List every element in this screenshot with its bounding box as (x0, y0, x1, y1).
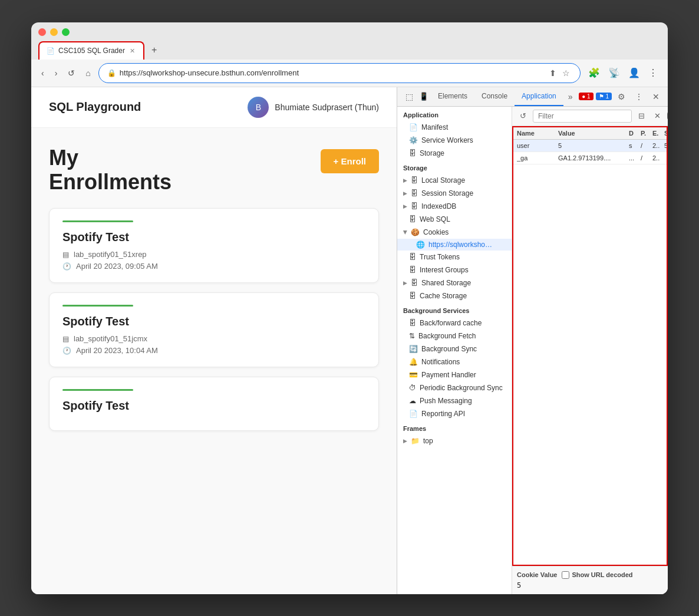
col-d: D (629, 130, 641, 137)
col-name: Name (517, 130, 558, 137)
expand-arrow-icon: ▶ (403, 203, 407, 209)
enrollment-card[interactable]: Spotify Test ▤ lab_spotify01_51xrep 🕐 Ap… (49, 208, 379, 283)
push-messaging-icon: ☁ (409, 397, 416, 405)
back-forward-icon: 🗄 (409, 319, 416, 327)
sidebar-item-web-sql[interactable]: 🗄 Web SQL (397, 213, 512, 226)
tab-elements[interactable]: Elements (431, 87, 474, 106)
tab-title: CSC105 SQL Grader (58, 47, 125, 55)
minimize-button[interactable] (50, 28, 58, 36)
sidebar-item-shared-storage[interactable]: ▶ 🗄 Shared Storage (397, 276, 512, 289)
back-button[interactable]: ‹ (38, 67, 47, 80)
session-storage-label: Session Storage (421, 189, 473, 197)
sidebar-item-service-workers[interactable]: ⚙️ Service Workers (397, 134, 512, 147)
notifications-icon: 🔔 (409, 358, 418, 366)
cast-icon[interactable]: 📡 (605, 65, 623, 80)
sidebar-item-bg-fetch[interactable]: ⇅ Background Fetch (397, 330, 512, 342)
devtools-inspect-icon[interactable]: ⬚ (402, 88, 417, 105)
cookies-toolbar: ↺ ⊟ ✕ Only show cooki... (512, 107, 668, 126)
menu-icon[interactable]: ⋮ (645, 65, 661, 80)
sidebar-item-push-messaging[interactable]: ☁ Push Messaging (397, 394, 512, 407)
sidebar-item-trust-tokens[interactable]: 🗄 Trust Tokens (397, 251, 512, 263)
devtools-body: Application 📄 Manifest ⚙️ Service Worker… (397, 107, 668, 594)
star-icon[interactable]: ☆ (560, 67, 572, 80)
devtools-main: ↺ ⊟ ✕ Only show cooki... Name Value (512, 107, 668, 594)
col-e: E. (652, 130, 664, 137)
bg-fetch-icon: ⇅ (409, 332, 415, 340)
settings-button[interactable]: ⚙ (614, 90, 629, 104)
sidebar-item-payment-handler[interactable]: 💳 Payment Handler (397, 368, 512, 381)
card-date: April 20 2023, 09:05 AM (76, 262, 158, 271)
enrollment-card[interactable]: Spotify Test (49, 377, 379, 431)
card-meta: ▤ lab_spotify01_51xrep 🕐 April 20 2023, … (62, 250, 365, 271)
interest-groups-icon: 🗄 (409, 266, 416, 274)
maximize-button[interactable] (62, 28, 70, 36)
card-lab-id: lab_spotify01_51xrep (74, 250, 147, 259)
card-lab-id: lab_spotify01_51jcmx (74, 334, 147, 343)
trust-tokens-icon: 🗄 (409, 253, 416, 261)
sidebar-item-notifications[interactable]: 🔔 Notifications (397, 355, 512, 368)
user-info: B Bhumiate Sudprasert (Thun) (248, 97, 379, 118)
expand-arrow-icon: ▶ (403, 230, 408, 234)
sidebar-item-top-frame[interactable]: ▶ 📁 top (397, 434, 512, 447)
clear-cookies-button[interactable]: ✕ (651, 110, 664, 122)
card-date-row: 🕐 April 20 2023, 10:04 AM (62, 346, 365, 355)
enrollment-card[interactable]: Spotify Test ▤ lab_spotify01_51jcmx 🕐 Ap… (49, 292, 379, 367)
sidebar-item-interest-groups[interactable]: 🗄 Interest Groups (397, 263, 512, 276)
only-show-cookies-checkbox[interactable] (667, 112, 668, 120)
profile-icon[interactable]: 👤 (625, 65, 643, 80)
enroll-button[interactable]: + Enroll (321, 149, 379, 173)
cache-storage-label: Cache Storage (420, 292, 467, 300)
forward-button[interactable]: › (52, 67, 61, 80)
cookie-domain: s (629, 142, 641, 149)
cookie-value: GA1.2.9713199.... (558, 154, 629, 162)
sidebar-item-cookies[interactable]: ▶ 🍪 Cookies (397, 226, 512, 239)
card-title: Spotify Test (62, 315, 365, 328)
back-forward-label: Back/forward cache (420, 319, 482, 327)
close-devtools-button[interactable]: ✕ (649, 90, 663, 104)
address-field[interactable]: 🔒 https://sqlworkshop-unsecure.bsthun.co… (98, 63, 581, 83)
tab-application[interactable]: Application (515, 87, 563, 106)
sidebar-item-periodic-bg-sync[interactable]: ⏱ Periodic Background Sync (397, 381, 512, 394)
sidebar-item-reporting-api[interactable]: 📄 Reporting API (397, 407, 512, 420)
cookies-filter-input[interactable] (533, 110, 632, 123)
sidebar-item-bg-sync[interactable]: 🔄 Background Sync (397, 342, 512, 355)
sidebar-item-back-forward[interactable]: 🗄 Back/forward cache (397, 317, 512, 330)
tab-more[interactable]: » (563, 88, 578, 105)
refresh-cookies-button[interactable]: ↺ (517, 110, 529, 122)
sidebar-item-storage-app[interactable]: 🗄 Storage (397, 147, 512, 160)
card-meta: ▤ lab_spotify01_51jcmx 🕐 April 20 2023, … (62, 334, 365, 355)
active-tab[interactable]: 📄 CSC105 SQL Grader ✕ (38, 41, 144, 60)
push-messaging-label: Push Messaging (420, 397, 472, 405)
web-sql-icon: 🗄 (409, 215, 416, 223)
lab-id-icon: ▤ (62, 335, 69, 343)
share-icon[interactable]: ⬆ (548, 67, 558, 80)
sidebar-item-session-storage[interactable]: ▶ 🗄 Session Storage (397, 187, 512, 200)
globe-icon: 🌐 (416, 241, 425, 249)
show-url-decoded-checkbox[interactable] (562, 571, 569, 579)
close-button[interactable] (38, 28, 46, 36)
page-header: SQL Playground B Bhumiate Sudprasert (Th… (31, 87, 397, 128)
enrollments-header: My Enrollments + Enroll (49, 146, 379, 195)
new-tab-button[interactable]: + (146, 41, 163, 60)
periodic-bg-sync-label: Periodic Background Sync (420, 384, 503, 392)
extensions-icon[interactable]: 🧩 (585, 65, 603, 80)
sidebar-item-local-storage[interactable]: ▶ 🗄 Local Storage (397, 174, 512, 187)
sidebar-item-indexeddb[interactable]: ▶ 🗄 IndexedDB (397, 200, 512, 213)
tab-close-button[interactable]: ✕ (128, 47, 136, 55)
card-lab-id-row: ▤ lab_spotify01_51jcmx (62, 334, 365, 343)
more-options-button[interactable]: ⋮ (631, 90, 647, 104)
home-button[interactable]: ⌂ (83, 67, 93, 80)
sidebar-item-manifest[interactable]: 📄 Manifest (397, 121, 512, 134)
filter-icon[interactable]: ⊟ (635, 110, 648, 122)
sidebar-item-cookie-url[interactable]: 🌐 https://sqlworkshop-unse (397, 239, 512, 251)
sidebar-item-cache-storage[interactable]: 🗄 Cache Storage (397, 289, 512, 302)
devtools-device-icon[interactable]: 📱 (417, 88, 431, 104)
notifications-label: Notifications (421, 358, 460, 366)
section-application: Application (397, 107, 512, 121)
reporting-api-label: Reporting API (421, 410, 465, 418)
cookie-row-user[interactable]: user 5 s / 2.. 5 L.. M. (513, 140, 667, 152)
tab-console[interactable]: Console (474, 87, 515, 106)
page-title-line2: Enrollments (49, 170, 172, 194)
cookie-row-ga[interactable]: _ga GA1.2.9713199.... ... / 2.. M. (513, 152, 667, 164)
reload-button[interactable]: ↺ (65, 67, 78, 80)
